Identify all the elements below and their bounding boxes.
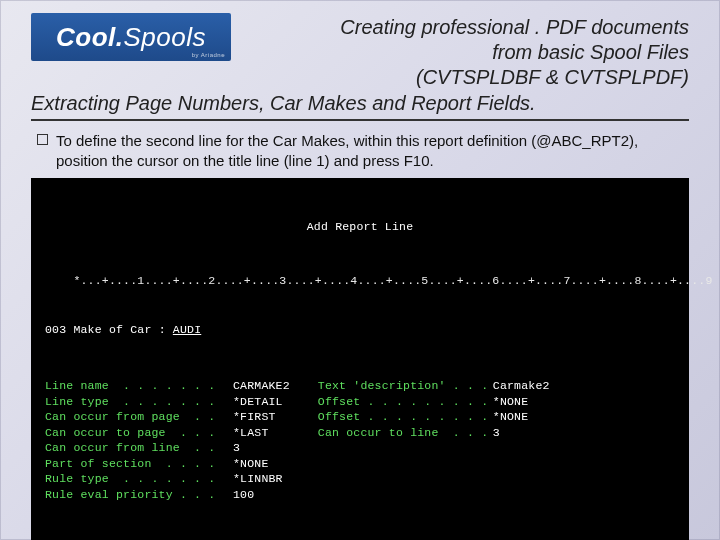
logo-text-b: Spools bbox=[124, 22, 207, 52]
bullet-top: To define the second line for the Car Ma… bbox=[31, 131, 689, 172]
terminal-field-row: Offset . . . . . . . . .*NONE bbox=[318, 394, 550, 410]
terminal-lineno: 003 bbox=[45, 323, 66, 336]
terminal-field-label: Rule type . . . . . . . bbox=[45, 471, 233, 487]
title-underline bbox=[31, 119, 689, 121]
terminal-field-value: Carmake2 bbox=[493, 378, 550, 394]
terminal-field-row: Rule eval priority . . .100 bbox=[45, 487, 290, 503]
terminal-screenshot: Add Report Line *...+....1....+....2....… bbox=[31, 178, 689, 541]
terminal-context-value: AUDI bbox=[173, 323, 201, 336]
terminal-field-label: Can occur to page . . . bbox=[45, 425, 233, 441]
terminal-right-col: Text 'description' . . .Carmake2Offset .… bbox=[318, 378, 550, 502]
terminal-field-value: *DETAIL bbox=[233, 394, 283, 410]
terminal-context-prefix: Make of Car : bbox=[66, 323, 173, 336]
slide-title: Creating professional . PDF documents fr… bbox=[243, 13, 689, 90]
terminal-field-label: Can occur from line . . bbox=[45, 440, 233, 456]
terminal-field-row: Line type . . . . . . .*DETAIL bbox=[45, 394, 290, 410]
terminal-field-value: 100 bbox=[233, 487, 254, 503]
title-line-3: (CVTSPLDBF & CVTSPLPDF) bbox=[243, 65, 689, 90]
terminal-left-col: Line name . . . . . . .CARMAKE2Line type… bbox=[45, 378, 290, 502]
terminal-field-value: *NONE bbox=[233, 456, 269, 472]
terminal-field-row: Text 'description' . . .Carmake2 bbox=[318, 378, 550, 394]
header-row: Cool.Spools by Ariadne Creating professi… bbox=[31, 13, 689, 90]
terminal-field-row: Can occur to page . . .*LAST bbox=[45, 425, 290, 441]
bullet-box-icon bbox=[37, 134, 48, 145]
slide-subtitle: Extracting Page Numbers, Car Makes and R… bbox=[31, 92, 689, 115]
terminal-field-label: Can occur from page . . bbox=[45, 409, 233, 425]
title-line-2: from basic Spool Files bbox=[243, 40, 689, 65]
title-line-1: Creating professional . PDF documents bbox=[243, 15, 689, 40]
coolspools-logo: Cool.Spools by Ariadne bbox=[31, 13, 231, 61]
terminal-field-row: Line name . . . . . . .CARMAKE2 bbox=[45, 378, 290, 394]
terminal-field-value: *NONE bbox=[493, 394, 529, 410]
slide: Cool.Spools by Ariadne Creating professi… bbox=[0, 0, 720, 540]
terminal-field-label: Line type . . . . . . . bbox=[45, 394, 233, 410]
terminal-field-value: CARMAKE2 bbox=[233, 378, 290, 394]
terminal-field-value: *FIRST bbox=[233, 409, 276, 425]
terminal-context-line: 003 Make of Car : AUDI bbox=[45, 322, 675, 338]
terminal-field-label: Text 'description' . . . bbox=[318, 378, 493, 394]
logo-byline: by Ariadne bbox=[192, 52, 225, 58]
bullet-top-text: To define the second line for the Car Ma… bbox=[56, 131, 689, 172]
terminal-field-value: 3 bbox=[493, 425, 500, 441]
terminal-ruler: *...+....1....+....2....+....3....+....4… bbox=[45, 273, 675, 289]
terminal-field-row: Offset . . . . . . . . .*NONE bbox=[318, 409, 550, 425]
terminal-field-value: 3 bbox=[233, 440, 240, 456]
logo-text-a: Cool. bbox=[56, 22, 124, 52]
terminal-field-value: *NONE bbox=[493, 409, 529, 425]
terminal-field-label: Rule eval priority . . . bbox=[45, 487, 233, 503]
terminal-field-row: Can occur to line . . .3 bbox=[318, 425, 550, 441]
terminal-field-value: *LINNBR bbox=[233, 471, 283, 487]
terminal-title: Add Report Line bbox=[45, 219, 675, 235]
terminal-field-label: Offset . . . . . . . . . bbox=[318, 409, 493, 425]
terminal-field-label: Can occur to line . . . bbox=[318, 425, 493, 441]
terminal-field-label: Line name . . . . . . . bbox=[45, 378, 233, 394]
terminal-field-row: Part of section . . . .*NONE bbox=[45, 456, 290, 472]
terminal-field-row: Can occur from page . .*FIRST bbox=[45, 409, 290, 425]
terminal-field-label: Part of section . . . . bbox=[45, 456, 233, 472]
terminal-columns: Line name . . . . . . .CARMAKE2Line type… bbox=[45, 378, 675, 502]
terminal-field-row: Rule type . . . . . . .*LINNBR bbox=[45, 471, 290, 487]
terminal-field-label: Offset . . . . . . . . . bbox=[318, 394, 493, 410]
terminal-field-row: Can occur from line . .3 bbox=[45, 440, 290, 456]
terminal-field-value: *LAST bbox=[233, 425, 269, 441]
